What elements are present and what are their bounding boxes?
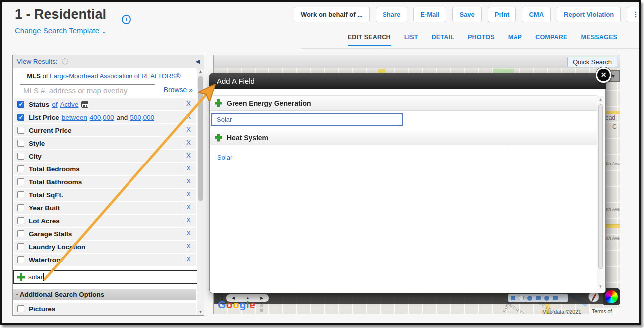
criteria-row: Laundry Location X [14,241,196,253]
status-value-link[interactable]: Active [60,101,79,108]
add-field-input[interactable]: solar [13,270,200,284]
dialog-scrollbar[interactable]: ▲ ▼ [597,96,604,290]
remove-criteria-button[interactable]: X [186,164,191,172]
field-result-solar[interactable]: Solar [217,154,232,161]
criteria-checkbox[interactable] [17,140,24,147]
scroll-up-icon[interactable]: ▲ [597,97,604,102]
scroll-down-icon[interactable]: ▼ [197,310,204,314]
dialog-body: Green Energy Generation Solar Heat Syste… [209,89,606,293]
view-tabs: EDIT SEARCH LIST DETAIL PHOTOS MAP COMPA… [348,34,617,46]
browse-link[interactable]: Browse » [164,86,193,94]
calendar-icon[interactable] [81,101,88,108]
remove-criteria-button[interactable]: X [186,190,191,198]
google-logo: Google [218,299,255,311]
scroll-up-icon[interactable]: ▲ [197,69,204,74]
mls-search-input[interactable] [20,84,155,96]
tab-map[interactable]: MAP [508,34,522,46]
scrollbar-thumb[interactable] [198,76,203,201]
additional-search-options-header[interactable]: - Additional Search Options [13,289,196,300]
tab-photos[interactable]: PHOTOS [468,34,495,46]
remove-criteria-button[interactable]: X [186,177,191,185]
map-tool-icon[interactable] [519,296,524,300]
report-violation-button[interactable]: Report Violation [557,7,621,22]
tab-edit-search[interactable]: EDIT SEARCH [348,34,391,46]
map-tool-icon[interactable] [536,296,541,300]
scrollbar-thumb[interactable] [598,104,603,269]
map-city-label: ead [605,114,615,121]
pan-right-icon[interactable]: ▶ [260,296,263,300]
criteria-checkbox[interactable] [17,243,24,250]
tab-list[interactable]: LIST [404,34,418,46]
criteria-checkbox[interactable] [17,204,24,211]
remove-criteria-button[interactable]: X [186,100,191,107]
price-op-link[interactable]: between [62,114,87,121]
criteria-row-pictures: Pictures [14,303,196,315]
tab-compare[interactable]: COMPARE [535,34,567,46]
criteria-checkbox[interactable] [17,178,24,185]
mls-org-link[interactable]: Fargo-Moorhead Association of REALTORS® [50,72,181,80]
map-road [378,69,385,73]
header-action-bar: Work on behalf of ... Share E-Mail Save … [294,7,641,22]
remove-criteria-button[interactable]: X [186,255,191,263]
sidebar-scrollbar[interactable]: ▲ ▼ [197,68,204,315]
remove-criteria-button[interactable]: X [186,113,191,120]
work-on-behalf-button[interactable]: Work on behalf of ... [294,7,370,22]
map-attribution: Map data ©2021 [542,309,581,314]
criteria-checkbox[interactable] [17,153,24,160]
save-button[interactable]: Save [452,7,481,22]
criteria-checkbox[interactable] [17,191,24,198]
map-tools-control[interactable] [508,294,568,302]
remove-criteria-button[interactable]: X [186,126,191,133]
criteria-row: Lot Acres X [14,215,196,227]
criteria-checkbox[interactable] [17,256,24,263]
quick-search-button[interactable]: Quick Search [567,57,617,67]
criteria-checkbox[interactable] [17,230,24,237]
field-group-heat-system[interactable]: Heat System [210,130,597,145]
collapse-sidebar-icon[interactable]: ◀ [196,58,200,65]
map-tool-icon[interactable] [544,296,549,301]
change-search-template-link[interactable]: Change Search Template⌄ [15,26,107,35]
pictures-checkbox[interactable] [17,305,24,312]
terms-of-use-link[interactable]: Terms of Use [589,308,620,314]
info-icon[interactable]: i [122,15,131,24]
map-tool-icon[interactable] [527,296,532,301]
tabs-divider [301,48,639,49]
tab-detail[interactable]: DETAIL [432,34,454,46]
add-a-field-dialog: Add A Field Green Energy Generation Sola… [209,73,606,293]
share-button[interactable]: Share [376,7,407,22]
remove-criteria-button[interactable]: X [186,216,191,224]
price-max-link[interactable]: 500,000 [130,114,154,121]
remove-criteria-button[interactable]: X [186,203,191,211]
tab-messages[interactable]: MESSAGES [581,34,617,46]
criteria-row: Current Price X [14,124,196,136]
print-button[interactable]: Print [488,7,516,22]
selected-field-solar[interactable]: Solar [211,113,403,126]
list-price-checkbox[interactable] [17,114,24,121]
dialog-title-bar[interactable]: Add A Field [209,73,606,89]
remove-criteria-button[interactable]: X [186,152,191,159]
field-group-green-energy[interactable]: Green Energy Generation [210,95,597,111]
criteria-row: City X [14,150,196,162]
map-street-label: NORTH [508,303,527,314]
status-checkbox[interactable] [17,101,24,108]
criteria-checkbox[interactable] [17,165,24,172]
map-tool-icon[interactable] [511,296,515,300]
status-of-link[interactable]: of [52,101,57,108]
criteria-checkbox[interactable] [17,127,24,134]
cma-button[interactable]: CMA [522,7,551,22]
criteria-row-status: Status of Active X [14,98,196,110]
search-criteria-sidebar: View Results: ◀ MLS of Fargo-Moorhead As… [12,55,204,316]
remove-criteria-button[interactable]: X [186,242,191,250]
map-tool-icon[interactable] [553,296,558,300]
scroll-down-icon[interactable]: ▼ [597,284,604,289]
criteria-row: Total Bathrooms X [14,176,196,188]
remove-criteria-button[interactable]: X [186,139,191,146]
plus-icon [215,134,222,141]
email-button[interactable]: E-Mail [413,7,446,22]
more-menu-button[interactable]: ⋮ [627,7,641,22]
criteria-checkbox[interactable] [17,217,24,224]
color-wheel-icon [605,290,618,303]
remove-criteria-button[interactable]: X [186,229,191,237]
price-min-link[interactable]: 400,000 [90,114,114,121]
close-dialog-button[interactable]: ✕ [596,67,611,83]
